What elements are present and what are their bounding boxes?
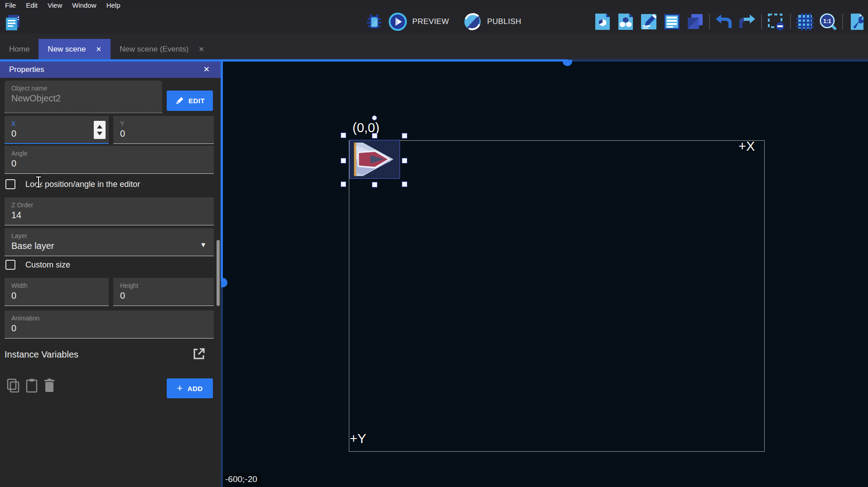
- x-field-stepper[interactable]: [94, 121, 106, 139]
- height-field[interactable]: Height 0: [113, 278, 214, 306]
- x-field-label: X: [11, 120, 102, 127]
- selected-sprite-instance[interactable]: [349, 140, 400, 179]
- zoom-original-icon[interactable]: 1:1: [819, 13, 837, 31]
- stepper-up-icon[interactable]: [97, 125, 102, 129]
- spaceship-sprite: [350, 140, 400, 178]
- delete-icon[interactable]: [43, 378, 55, 395]
- close-icon[interactable]: ✕: [96, 45, 101, 53]
- scene-bounds: [349, 140, 765, 452]
- copy-icon[interactable]: [6, 378, 20, 395]
- object-name-label: Object name: [11, 85, 155, 92]
- debug-icon[interactable]: [365, 13, 383, 31]
- resize-handle-top-left[interactable]: [341, 133, 346, 138]
- rotate-handle[interactable]: [372, 115, 377, 120]
- x-axis-label: +X: [738, 139, 755, 154]
- canvas-hscroll-track-active[interactable]: [0, 59, 568, 62]
- panel-title: Properties: [9, 65, 44, 74]
- menu-view[interactable]: View: [48, 1, 62, 9]
- preview-label[interactable]: PREVIEW: [412, 17, 449, 26]
- project-settings-icon[interactable]: [848, 13, 866, 31]
- resize-handle-mid-left[interactable]: [341, 158, 346, 163]
- width-field[interactable]: Width 0: [5, 278, 109, 306]
- custom-size-label: Custom size: [25, 260, 70, 270]
- y-axis-label: +Y: [350, 431, 366, 446]
- toolbar-separator: [761, 14, 762, 29]
- animation-value: 0: [11, 323, 207, 334]
- resize-handle-bottom-right[interactable]: [402, 181, 407, 187]
- z-order-field[interactable]: Z Order 14: [5, 197, 214, 225]
- add-variable-button[interactable]: + ADD: [167, 378, 213, 398]
- edit-scene-icon[interactable]: [640, 13, 658, 31]
- custom-size-row: Custom size: [5, 260, 70, 270]
- tab-label: New scene (Events): [120, 45, 188, 54]
- resize-handle-mid-right[interactable]: [402, 158, 407, 163]
- grid-icon[interactable]: [796, 13, 814, 31]
- paste-icon[interactable]: [25, 378, 38, 395]
- stepper-down-icon[interactable]: [97, 132, 102, 135]
- height-label: Height: [120, 282, 207, 289]
- tab-bar: Home New scene ✕ New scene (Events) ✕: [0, 33, 868, 59]
- angle-field[interactable]: Angle 0: [5, 146, 214, 174]
- height-value: 0: [120, 291, 207, 301]
- menu-help[interactable]: Help: [106, 1, 121, 9]
- toolbar-center: PREVIEW PUBLISH: [365, 13, 530, 31]
- toolbar-right: 1:1: [593, 13, 866, 31]
- open-in-new-icon[interactable]: [193, 348, 205, 362]
- menu-bar: File Edit View Window Help: [0, 0, 868, 10]
- canvas-vscroll-track-active[interactable]: [221, 62, 223, 282]
- mask-icon[interactable]: [767, 13, 785, 31]
- plus-icon: +: [177, 382, 183, 394]
- tab-label: New scene: [48, 45, 86, 54]
- gdevelop-window: File Edit View Window Help: [0, 0, 868, 487]
- panel-scrollbar[interactable]: [217, 240, 220, 306]
- y-field[interactable]: Y 0: [113, 116, 214, 144]
- tab-home[interactable]: Home: [0, 39, 39, 59]
- x-field[interactable]: X 0: [5, 116, 109, 144]
- resize-handle-top-center[interactable]: [372, 133, 377, 138]
- toolbar-separator: [790, 14, 791, 29]
- zoom-ratio-text: 1:1: [823, 18, 831, 24]
- y-field-label: Y: [120, 120, 207, 127]
- object-groups-icon[interactable]: [617, 13, 635, 31]
- toolbar: PREVIEW PUBLISH: [0, 10, 868, 33]
- chevron-down-icon[interactable]: ▼: [200, 241, 207, 248]
- z-order-label: Z Order: [11, 201, 207, 209]
- layers-icon[interactable]: [686, 13, 704, 31]
- close-icon[interactable]: ✕: [198, 45, 204, 53]
- menu-edit[interactable]: Edit: [26, 1, 38, 9]
- publish-label[interactable]: PUBLISH: [487, 17, 521, 26]
- toolbar-separator: [709, 14, 710, 29]
- canvas-vscroll-track[interactable]: [221, 282, 223, 487]
- properties-panel: Properties ✕ Object name NewObject2 EDIT…: [0, 62, 221, 487]
- edit-button-label: EDIT: [188, 97, 205, 105]
- canvas-hscroll-track[interactable]: [568, 59, 868, 62]
- preview-play-icon[interactable]: [389, 13, 407, 31]
- redo-icon[interactable]: [738, 13, 756, 31]
- layer-select[interactable]: Layer Base layer ▼: [5, 228, 214, 256]
- tab-new-scene-events[interactable]: New scene (Events) ✕: [111, 39, 213, 59]
- edit-button[interactable]: EDIT: [167, 91, 213, 111]
- object-name-field: Object name NewObject2: [5, 81, 162, 113]
- menu-file[interactable]: File: [5, 1, 16, 9]
- instances-list-icon[interactable]: [663, 13, 681, 31]
- menu-window[interactable]: Window: [72, 1, 96, 9]
- resize-handle-top-right[interactable]: [402, 133, 407, 138]
- object-name-value: NewObject2: [11, 93, 155, 104]
- width-label: Width: [11, 282, 102, 289]
- angle-field-label: Angle: [11, 150, 207, 157]
- toolbar-separator: [842, 14, 843, 29]
- objects-list-icon[interactable]: [593, 13, 612, 31]
- resize-handle-bottom-center[interactable]: [372, 182, 377, 187]
- lock-position-checkbox[interactable]: [5, 179, 15, 189]
- layer-value: Base layer: [11, 241, 207, 251]
- close-icon[interactable]: ✕: [203, 65, 210, 74]
- project-manager-icon[interactable]: [4, 14, 22, 32]
- publish-icon[interactable]: [463, 13, 482, 31]
- resize-handle-bottom-left[interactable]: [341, 181, 346, 187]
- animation-field[interactable]: Animation 0: [5, 310, 214, 339]
- undo-icon[interactable]: [715, 13, 733, 31]
- pencil-icon: [175, 96, 184, 105]
- animation-label: Animation: [11, 315, 207, 322]
- tab-new-scene[interactable]: New scene ✕: [39, 39, 111, 59]
- custom-size-checkbox[interactable]: [5, 260, 15, 270]
